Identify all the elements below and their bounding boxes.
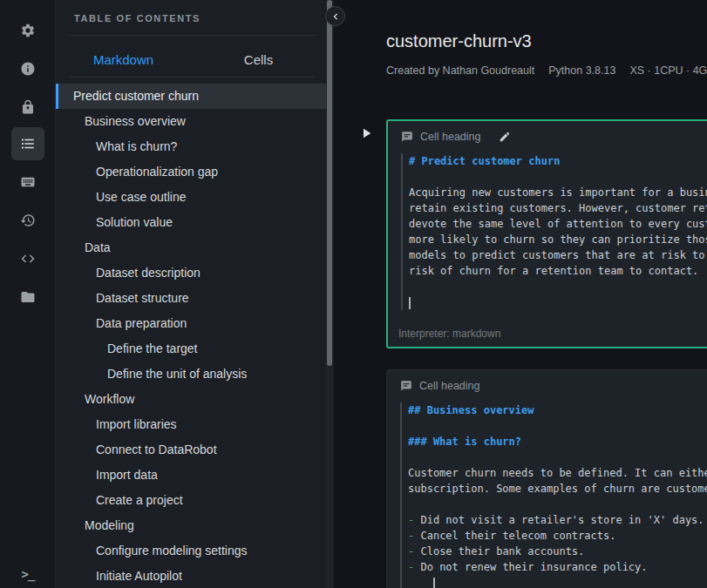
toc-item[interactable]: Modeling (56, 513, 329, 538)
toc-item[interactable]: Define the unit of analysis (56, 362, 329, 387)
toc-item[interactable]: Operationalization gap (56, 159, 329, 185)
history-icon (20, 213, 36, 228)
terminal-icon: >_ (22, 567, 35, 581)
app-window: >_ TABLE OF CONTENTS MarkdownCells Predi… (0, 0, 707, 588)
markdown-bullet-line: - Do not renew their insurance policy. (408, 559, 707, 575)
toc-panel: TABLE OF CONTENTS MarkdownCells Predict … (56, 0, 334, 588)
toc-scrollbar-thumb[interactable] (327, 0, 332, 366)
toc-item[interactable]: Solution value (56, 210, 329, 235)
toc-item[interactable]: Create a project (56, 488, 329, 513)
divider (70, 77, 315, 78)
markdown-text-line: subscription. Some examples of churn are… (408, 481, 707, 497)
markdown-editor[interactable]: ## Business overview ### What is churn? … (400, 402, 707, 588)
text-cursor-line (409, 294, 707, 310)
blank-line (409, 169, 707, 185)
toc-item[interactable]: Data (56, 235, 329, 260)
toc-item[interactable]: Workflow (56, 387, 329, 412)
play-icon (358, 125, 374, 141)
cell-header: Cell heading (387, 370, 707, 392)
comment-icon (400, 380, 412, 392)
toc-item[interactable]: Dataset structure (56, 286, 329, 311)
tab-cells[interactable]: Cells (191, 42, 326, 77)
rail-folder-icon[interactable] (11, 280, 44, 314)
text-cursor (433, 578, 435, 588)
comment-icon (401, 131, 413, 143)
markdown-text-line: risk of churn for a retention team to co… (409, 263, 707, 279)
rail-history-icon[interactable] (11, 204, 44, 237)
run-cell-button[interactable] (357, 125, 375, 142)
edit-pencil-icon[interactable] (499, 131, 511, 143)
toc-item[interactable]: Connect to DataRobot (56, 437, 329, 463)
toc-item[interactable]: Define the target (56, 336, 329, 362)
icon-rail: >_ (0, 0, 56, 588)
blank-line (408, 418, 707, 434)
toc-list[interactable]: Predict customer churnBusiness overviewW… (56, 84, 329, 588)
blank-line (409, 279, 707, 294)
toc-item[interactable]: What is churn? (56, 134, 329, 159)
notebook-meta: Created by Nathan Goudreault Python 3.8.… (386, 64, 707, 77)
cell-header: Cell heading (388, 121, 707, 143)
markdown-heading-line: ## Business overview (408, 402, 707, 418)
markdown-heading-line: ### What is churn? (408, 434, 707, 449)
rail-info-icon[interactable] (11, 52, 44, 85)
tab-markdown[interactable]: Markdown (56, 42, 191, 77)
blank-line (408, 497, 707, 512)
toc-scrollbar[interactable] (326, 0, 333, 588)
toc-item[interactable]: Configure modeling settings (56, 538, 329, 564)
resources-badge: XS · 1CPU · 4GB (629, 64, 707, 77)
text-cursor-line (408, 575, 707, 588)
divider (70, 35, 315, 36)
collapse-panel-button[interactable] (325, 6, 345, 26)
toc-item[interactable]: Import libraries (56, 412, 329, 437)
notebook-cell[interactable]: Cell heading ## Business overview ### Wh… (386, 369, 707, 588)
cell-heading-label: Cell heading (419, 380, 480, 392)
rail-code-icon[interactable] (11, 242, 44, 275)
list-icon (20, 136, 36, 152)
markdown-text-line: more likely to churn so they can priorit… (409, 232, 707, 247)
notebook-main: customer-churn-v3 Created by Nathan Goud… (334, 0, 707, 588)
markdown-text-line: retain existing customers. However, cust… (409, 200, 707, 216)
markdown-bullet-line: - Did not visit a retailer's store in 'X… (408, 512, 707, 528)
toc-item[interactable]: Business overview (56, 109, 329, 134)
chevron-left-icon (330, 10, 342, 23)
markdown-text-line: Acquiring new customers is important for… (409, 185, 707, 200)
keyboard-icon (20, 174, 36, 190)
toc-panel-title: TABLE OF CONTENTS (74, 13, 201, 24)
rail-settings-icon[interactable] (11, 14, 44, 47)
python-version: Python 3.8.13 (548, 64, 615, 77)
rail-keyboard-icon[interactable] (11, 166, 44, 199)
rail-list-icon[interactable] (11, 127, 44, 160)
created-by: Created by Nathan Goudreault (386, 64, 534, 77)
blank-line (408, 449, 707, 465)
toc-item[interactable]: Data preparation (56, 311, 329, 336)
folder-icon (20, 289, 36, 305)
lock-icon (20, 99, 36, 115)
notebook-title: customer-churn-v3 (386, 31, 532, 51)
code-icon (20, 251, 36, 267)
rail-lock-icon[interactable] (11, 91, 44, 124)
text-cursor (409, 297, 411, 309)
toc-item[interactable]: Initiate Autopilot (56, 564, 329, 588)
interpreter-label: Interpreter: markdown (398, 328, 500, 340)
markdown-bullet-line: - Close their bank accounts. (408, 544, 707, 559)
toc-item[interactable]: Dataset description (56, 260, 329, 286)
info-icon (20, 61, 36, 77)
cell-heading-label: Cell heading (420, 131, 481, 143)
markdown-text-line: Customer churn needs to be defined. It c… (408, 465, 707, 481)
rail-terminal-icon[interactable]: >_ (11, 558, 44, 588)
toc-item[interactable]: Predict customer churn (56, 84, 329, 109)
toc-tabs: MarkdownCells (56, 42, 326, 77)
notebook-cell[interactable]: Cell heading # Predict customer churn Ac… (386, 119, 707, 348)
settings-icon (20, 23, 36, 38)
markdown-editor[interactable]: # Predict customer churn Acquiring new c… (401, 153, 707, 310)
markdown-text-line: models to predict customers that are at … (409, 247, 707, 263)
markdown-bullet-line: - Cancel their telecom contracts. (408, 528, 707, 544)
markdown-heading-line: # Predict customer churn (409, 153, 707, 169)
markdown-text-line: devote the same level of attention to ev… (409, 216, 707, 232)
toc-item[interactable]: Use case outline (56, 185, 329, 210)
toc-item[interactable]: Import data (56, 463, 329, 488)
